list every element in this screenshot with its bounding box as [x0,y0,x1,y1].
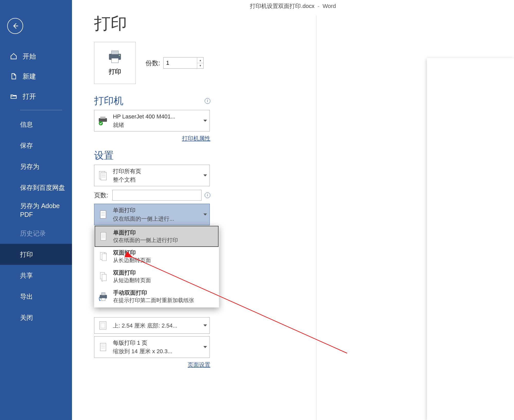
pages-icon [97,170,109,181]
svg-rect-16 [101,232,106,240]
chevron-down-icon [203,120,207,122]
sidebar-item-label: 打开 [23,92,36,101]
margins-icon [97,320,109,331]
sidebar-divider [20,110,62,110]
print-range-subtitle: 整个文档 [113,175,202,184]
pages-input[interactable] [112,190,202,201]
single-side-page-icon [98,230,109,242]
copies-label: 份数: [146,59,160,67]
option-title: 手动双面打印 [113,289,194,297]
print-preview-page [427,58,514,420]
info-icon[interactable]: i [205,192,210,198]
svg-rect-5 [100,117,105,119]
app-name: Word [322,3,336,10]
svg-rect-27 [102,298,105,301]
sidebar-item-new[interactable]: 新建 [0,66,72,86]
sidebar-item-home[interactable]: 开始 [0,46,72,66]
sidebar-item-info[interactable]: 信息 [0,114,72,135]
print-button-label: 打印 [109,68,121,76]
printer-properties-link[interactable]: 打印机属性 [94,135,210,142]
chevron-down-icon [203,174,207,176]
duplex-subtitle: 仅在纸面的一侧上进行... [113,214,202,223]
copies-input[interactable] [164,58,197,68]
sidebar-item-share[interactable]: 共享 [0,265,72,286]
duplex-short-edge-icon [98,270,109,282]
svg-rect-26 [102,293,105,295]
print-pane: 打印 打印 份数: ▲ ▼ [72,0,514,420]
folder-open-icon [10,92,17,100]
option-subtitle: 从短边翻转页面 [113,277,151,284]
duplex-option-short-edge[interactable]: 双面打印 从短边翻转页面 [95,266,218,286]
file-icon [10,72,17,80]
svg-rect-12 [100,211,106,218]
pages-per-sheet-title: 每版打印 1 页 [113,339,202,347]
title-bar: 打印机设置双面打印.docx - Word [72,0,514,12]
single-page-icon [97,341,109,353]
sidebar-item-label: 开始 [23,52,36,61]
printer-heading: 打印机 [94,94,123,107]
sidebar-item-saveas[interactable]: 另存为 [0,156,72,177]
print-button[interactable]: 打印 [94,42,136,84]
svg-rect-1 [111,51,118,54]
sidebar-item-label: PDF [20,210,33,219]
spinner-up-icon[interactable]: ▲ [197,58,203,63]
chevron-down-icon [203,346,207,348]
printer-select[interactable]: HP LaserJet 400 M401... 就绪 [94,110,210,132]
sidebar-item-save-baidu[interactable]: 保存到百度网盘 [0,177,72,198]
sidebar-item-label: 另存为 [20,162,39,171]
sidebar-item-label: 信息 [20,120,33,129]
backstage-sidebar: 开始 新建 打开 信息 保存 另存为 保 [0,0,72,420]
svg-rect-8 [101,172,106,180]
pages-label: 页数: [94,191,108,199]
print-range-select[interactable]: 打印所有页 整个文档 [94,165,210,186]
document-title: 打印机设置双面打印.docx [250,2,314,10]
duplex-dropdown: 单面打印 仅在纸面的一侧上进行打印 [94,225,219,307]
option-title: 双面打印 [113,249,151,257]
option-title: 双面打印 [113,269,151,277]
info-icon[interactable]: i [205,98,210,104]
pages-per-sheet-subtitle: 缩放到 14 厘米 x 20.3... [113,347,202,356]
sidebar-item-close[interactable]: 关闭 [0,307,72,328]
title-separator: - [318,3,319,10]
page-title: 打印 [94,12,514,35]
sidebar-item-save-adobe-pdf[interactable]: 另存为 Adobe PDF [0,198,72,223]
sidebar-item-label: 保存 [20,141,33,150]
sidebar-item-export[interactable]: 导出 [0,286,72,307]
page-setup-link[interactable]: 页面设置 [94,361,210,369]
printer-ready-icon [97,115,109,127]
sidebar-item-print[interactable]: 打印 [0,244,72,265]
svg-rect-24 [102,274,106,281]
duplex-option-manual[interactable]: 手动双面打印 在提示打印第二面时重新加载纸张 [95,286,218,306]
sidebar-item-label: 打印 [20,250,33,259]
svg-rect-4 [99,118,107,122]
svg-point-3 [119,55,120,56]
printer-status: 就绪 [113,121,202,129]
sidebar-item-label: 导出 [20,292,33,301]
duplex-option-long-edge[interactable]: 双面打印 从长边翻转页面 [95,246,218,266]
option-subtitle: 在提示打印第二面时重新加载纸张 [113,297,194,304]
sidebar-item-label: 关闭 [20,313,33,322]
sidebar-item-label: 历史记录 [20,229,46,238]
chevron-down-icon [203,213,207,216]
svg-rect-22 [102,254,106,261]
printer-icon [107,50,123,63]
sidebar-item-open[interactable]: 打开 [0,86,72,106]
duplex-long-edge-icon [98,250,109,262]
spinner-down-icon[interactable]: ▼ [197,63,203,69]
arrow-left-icon [12,22,19,30]
option-title: 单面打印 [113,229,178,237]
single-side-page-icon [97,209,109,220]
home-icon [10,52,17,60]
printer-name: HP LaserJet 400 M401... [113,112,202,121]
pane-divider [316,15,317,420]
margins-select[interactable]: 上: 2.54 厘米 底部: 2.54... [94,317,210,334]
duplex-option-single[interactable]: 单面打印 仅在纸面的一侧上进行打印 [95,226,218,246]
copies-spinner[interactable]: ▲ ▼ [163,57,204,69]
sidebar-item-save[interactable]: 保存 [0,135,72,156]
pages-per-sheet-select[interactable]: 每版打印 1 页 缩放到 14 厘米 x 20.3... [94,336,210,358]
settings-heading: 设置 [94,149,114,162]
margins-subtitle: 上: 2.54 厘米 底部: 2.54... [113,321,202,330]
duplex-select[interactable]: 单面打印 仅在纸面的一侧上进行... [94,204,210,225]
back-button[interactable] [7,18,23,34]
sidebar-item-label: 新建 [23,72,36,81]
